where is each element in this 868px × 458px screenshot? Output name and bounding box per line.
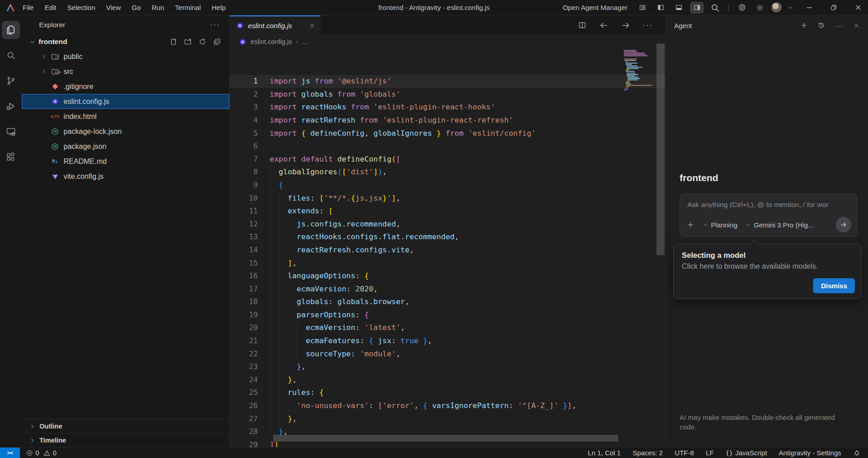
file-row-public[interactable]: public xyxy=(22,49,229,64)
status-antigravity-settings[interactable]: Antigravity - Settings xyxy=(779,449,841,457)
code-line-25[interactable]: 25rules: { xyxy=(230,386,666,399)
status-ln-1-col-1[interactable]: Ln 1, Col 1 xyxy=(588,449,621,457)
minimap[interactable] xyxy=(624,50,650,92)
code-line-19[interactable]: 19parserOptions: { xyxy=(230,309,666,322)
activity-run-debug[interactable] xyxy=(2,97,20,115)
customize-layout-icon[interactable] xyxy=(636,2,649,14)
open-agent-manager-button[interactable]: Open Agent Manager xyxy=(562,4,627,11)
workspace-root-row[interactable]: frontend xyxy=(22,34,229,49)
new-file-icon[interactable] xyxy=(169,38,178,46)
refresh-explorer-icon[interactable] xyxy=(198,38,207,46)
code-line-15[interactable]: 15], xyxy=(230,257,666,270)
close-tab-icon[interactable] xyxy=(309,22,316,29)
activity-extensions[interactable] xyxy=(2,148,20,166)
section-outline[interactable]: Outline xyxy=(22,419,229,433)
notifications-bell-icon[interactable] xyxy=(853,449,861,457)
navigate-forward-icon[interactable] xyxy=(621,21,630,30)
model-dropdown[interactable]: Gemini 3 Pro (Hig... xyxy=(745,221,814,229)
code-line-8[interactable]: 8globalIgnores(['dist']), xyxy=(230,166,666,179)
agent-more-actions-icon[interactable]: ··· xyxy=(834,22,844,30)
toggle-bottom-panel-icon[interactable] xyxy=(672,2,686,14)
code-line-20[interactable]: 20ecmaVersion: 'latest', xyxy=(230,321,666,335)
code-line-27[interactable]: 27}, xyxy=(230,413,666,426)
search-icon[interactable] xyxy=(708,2,722,14)
history-icon[interactable] xyxy=(817,21,825,30)
close-panel-icon[interactable] xyxy=(853,22,860,29)
horizontal-scrollbar[interactable] xyxy=(273,435,618,442)
code-line-5[interactable]: 5import { defineConfig, globalIgnores } … xyxy=(230,127,666,140)
problems-status[interactable]: 0 0 xyxy=(20,449,57,457)
code-line-12[interactable]: 12js.configs.recommended, xyxy=(230,218,666,231)
code-line-13[interactable]: 13reactHooks.configs.flat.recommended, xyxy=(230,231,666,244)
status-lf[interactable]: LF xyxy=(706,449,714,457)
activity-source-control[interactable] xyxy=(2,72,20,90)
minimize-button[interactable] xyxy=(799,0,819,15)
send-button[interactable] xyxy=(836,217,851,232)
menu-run[interactable]: Run xyxy=(146,4,170,11)
breadcrumb-file[interactable]: eslint.config.js xyxy=(251,38,292,45)
explorer-more-actions-icon[interactable]: ··· xyxy=(210,21,220,29)
code-line-17[interactable]: 17ecmaVersion: 2020, xyxy=(230,283,666,296)
split-editor-icon[interactable] xyxy=(578,21,587,30)
editor-more-actions-icon[interactable]: ··· xyxy=(643,21,653,30)
menu-go[interactable]: Go xyxy=(126,4,146,11)
code-line-1[interactable]: 1import js from '@eslint/js' xyxy=(230,75,666,88)
code-line-4[interactable]: 4import reactRefresh from 'eslint-plugin… xyxy=(230,114,666,127)
browser-icon[interactable] xyxy=(735,2,749,14)
section-timeline[interactable]: Timeline xyxy=(22,433,229,447)
code-line-6[interactable]: 6 xyxy=(230,140,666,153)
code-line-16[interactable]: 16languageOptions: { xyxy=(230,270,666,283)
code-line-26[interactable]: 26'no-unused-vars': ['error', { varsIgno… xyxy=(230,399,666,413)
new-folder-icon[interactable] xyxy=(184,38,192,46)
breadcrumb-tail[interactable]: ... xyxy=(302,38,307,45)
code-line-7[interactable]: 7export default defineConfig([ xyxy=(230,153,666,166)
activity-explorer[interactable] xyxy=(2,21,20,39)
menu-help[interactable]: Help xyxy=(206,4,231,11)
code-line-2[interactable]: 2import globals from 'globals' xyxy=(230,88,666,101)
mode-dropdown[interactable]: Planning xyxy=(703,221,737,229)
account-chevron-down-icon[interactable] xyxy=(786,2,794,14)
breadcrumb[interactable]: eslint.config.js › ... xyxy=(230,35,666,48)
status-utf-8[interactable]: UTF-8 xyxy=(675,449,694,457)
code-line-21[interactable]: 21ecmaFeatures: { jsx: true }, xyxy=(230,335,666,348)
collapse-folders-icon[interactable] xyxy=(213,38,221,46)
file-row-package-lock-json[interactable]: JSpackage-lock.json xyxy=(22,124,229,139)
navigate-back-icon[interactable] xyxy=(599,21,608,30)
file-row--gitignore[interactable]: .gitignore xyxy=(22,79,229,94)
activity-search[interactable] xyxy=(2,46,20,64)
vertical-scrollbar[interactable] xyxy=(656,44,665,255)
code-line-14[interactable]: 14reactRefresh.configs.vite, xyxy=(230,244,666,257)
dismiss-button[interactable]: Dismiss xyxy=(813,278,855,293)
file-row-readme-md[interactable]: M↓README.md xyxy=(22,154,229,169)
menu-edit[interactable]: Edit xyxy=(39,4,62,11)
new-conversation-icon[interactable] xyxy=(800,21,808,30)
file-row-index-html[interactable]: </>index.html xyxy=(22,109,229,124)
code-line-10[interactable]: 10files: ['**/*.{js,jsx}'], xyxy=(230,192,666,205)
menu-selection[interactable]: Selection xyxy=(62,4,101,11)
toggle-right-panel-icon[interactable] xyxy=(690,2,704,14)
tab-eslint-config[interactable]: eslint.config.js xyxy=(230,15,321,35)
close-window-button[interactable] xyxy=(848,0,868,15)
code-line-11[interactable]: 11extends: [ xyxy=(230,205,666,218)
code-line-24[interactable]: 24}, xyxy=(230,374,666,387)
code-line-22[interactable]: 22sourceType: 'module', xyxy=(230,348,666,361)
code-line-23[interactable]: 23}, xyxy=(230,360,666,374)
gear-icon[interactable] xyxy=(753,2,767,14)
code-line-18[interactable]: 18globals: globals.browser, xyxy=(230,295,666,309)
menu-file[interactable]: File xyxy=(17,4,39,11)
file-row-vite-config-js[interactable]: vite.config.js xyxy=(22,169,229,184)
activity-remote-explorer[interactable] xyxy=(2,123,20,141)
code-editor[interactable]: 1import js from '@eslint/js'2import glob… xyxy=(230,48,666,447)
avatar[interactable] xyxy=(771,2,782,13)
code-line-9[interactable]: 9{ xyxy=(230,179,666,192)
toggle-left-panel-icon[interactable] xyxy=(654,2,667,14)
menu-view[interactable]: View xyxy=(101,4,126,11)
status-javascript[interactable]: {}JavaScript xyxy=(725,449,767,457)
status-spaces-2[interactable]: Spaces: 2 xyxy=(632,449,663,457)
remote-indicator[interactable]: >< xyxy=(0,448,20,458)
file-row-eslint-config-js[interactable]: eslint.config.js xyxy=(22,94,229,109)
file-row-package-json[interactable]: JSpackage.json xyxy=(22,139,229,154)
restore-button[interactable] xyxy=(824,0,843,15)
file-row-src[interactable]: </>src xyxy=(22,64,229,79)
agent-input[interactable]: Ask anything (Ctrl+L), @ to mention, / f… xyxy=(680,194,857,209)
